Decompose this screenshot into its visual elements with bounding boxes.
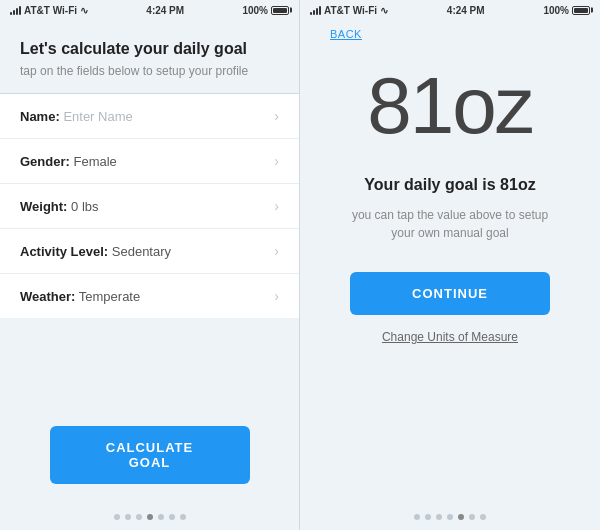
right-dots	[300, 504, 600, 530]
chevron-icon-weight: ›	[274, 198, 279, 214]
left-header: Let's calculate your daily goal tap on t…	[0, 20, 299, 93]
r-dot-6	[469, 514, 475, 520]
r-dot-2	[425, 514, 431, 520]
left-screen: AT&T Wi-Fi ∿ 4:24 PM 100% Let's calculat…	[0, 0, 300, 530]
wifi-icon: ∿	[80, 5, 88, 16]
chevron-icon-weather: ›	[274, 288, 279, 304]
field-weight-value: 0 lbs	[71, 199, 98, 214]
dot-2	[125, 514, 131, 520]
chevron-icon-gender: ›	[274, 153, 279, 169]
calculate-btn-container: CALCULATE GOAL	[0, 406, 299, 504]
chevron-icon-activity: ›	[274, 243, 279, 259]
time-left: 4:24 PM	[146, 5, 184, 16]
battery-percent: 100%	[242, 5, 268, 16]
calculate-button[interactable]: CALCULATE GOAL	[50, 426, 250, 484]
left-title: Let's calculate your daily goal	[20, 40, 279, 58]
field-gender-value: Female	[73, 154, 116, 169]
r-dot-4	[447, 514, 453, 520]
battery-icon-right	[572, 6, 590, 15]
daily-goal-title: Your daily goal is 81oz	[364, 176, 535, 194]
dot-1	[114, 514, 120, 520]
field-activity-value: Sedentary	[112, 244, 171, 259]
dot-3	[136, 514, 142, 520]
r-dot-7	[480, 514, 486, 520]
left-dots	[0, 504, 299, 530]
daily-goal-subtitle: you can tap the value above to setup you…	[320, 206, 580, 242]
carrier-info: AT&T Wi-Fi ∿	[10, 5, 88, 16]
status-bar-left: AT&T Wi-Fi ∿ 4:24 PM 100%	[0, 0, 299, 20]
dot-7	[180, 514, 186, 520]
field-activity[interactable]: Activity Level: Sedentary ›	[0, 229, 299, 274]
right-spacer	[300, 364, 600, 504]
battery-icon	[271, 6, 289, 15]
left-subtitle: tap on the fields below to setup your pr…	[20, 64, 279, 78]
left-spacer	[0, 318, 299, 406]
field-gender-label: Gender: Female	[20, 154, 117, 169]
dot-5	[158, 514, 164, 520]
carrier-label: AT&T Wi-Fi	[24, 5, 77, 16]
time-right: 4:24 PM	[447, 5, 485, 16]
r-dot-3	[436, 514, 442, 520]
field-weather-value: Temperate	[79, 289, 140, 304]
right-main-content: 81oz Your daily goal is 81oz you can tap…	[300, 46, 600, 364]
back-button[interactable]: BACK	[315, 22, 377, 46]
field-name-value: Enter Name	[63, 109, 132, 124]
carrier-label-right: AT&T Wi-Fi	[324, 5, 377, 16]
right-screen: AT&T Wi-Fi ∿ 4:24 PM 100% BACK 81oz Your…	[300, 0, 600, 530]
change-units-button[interactable]: Change Units of Measure	[382, 330, 518, 344]
field-gender[interactable]: Gender: Female ›	[0, 139, 299, 184]
battery-percent-right: 100%	[543, 5, 569, 16]
dot-4	[147, 514, 153, 520]
form-section: Name: Enter Name › Gender: Female › Weig…	[0, 94, 299, 318]
field-weight[interactable]: Weight: 0 lbs ›	[0, 184, 299, 229]
field-weather-label: Weather: Temperate	[20, 289, 140, 304]
big-goal-value[interactable]: 81oz	[367, 66, 532, 146]
carrier-info-right: AT&T Wi-Fi ∿	[310, 5, 388, 16]
wifi-icon-right: ∿	[380, 5, 388, 16]
r-dot-1	[414, 514, 420, 520]
battery-area: 100%	[242, 5, 289, 16]
r-dot-5	[458, 514, 464, 520]
status-bar-right: AT&T Wi-Fi ∿ 4:24 PM 100%	[300, 0, 600, 20]
field-weight-label: Weight: 0 lbs	[20, 199, 99, 214]
back-container: BACK	[300, 20, 600, 46]
dot-6	[169, 514, 175, 520]
chevron-icon-name: ›	[274, 108, 279, 124]
field-activity-label: Activity Level: Sedentary	[20, 244, 171, 259]
battery-area-right: 100%	[543, 5, 590, 16]
field-name[interactable]: Name: Enter Name ›	[0, 94, 299, 139]
signal-icon	[10, 5, 21, 15]
signal-icon-right	[310, 5, 321, 15]
continue-button[interactable]: CONTINUE	[350, 272, 550, 315]
field-weather[interactable]: Weather: Temperate ›	[0, 274, 299, 318]
field-name-label: Name: Enter Name	[20, 109, 133, 124]
